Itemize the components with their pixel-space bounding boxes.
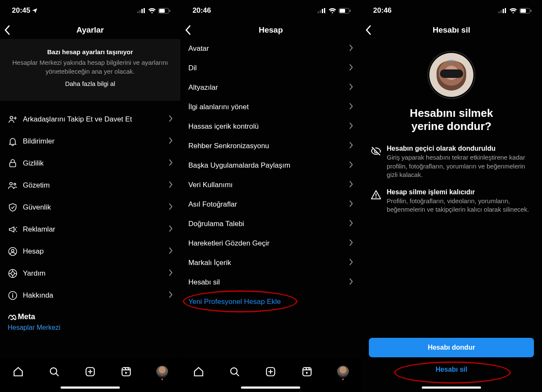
settings-moving-banner[interactable]: Bazı hesap ayarları taşınıyor Hesaplar M…	[0, 39, 180, 101]
svg-point-12	[11, 249, 14, 252]
tab-home[interactable]	[188, 363, 209, 380]
status-time: 20:45	[12, 6, 30, 15]
tab-create[interactable]	[260, 363, 281, 380]
row-contacts-sync[interactable]: Rehber Senkronizasyonu	[181, 136, 361, 156]
location-icon	[32, 8, 38, 14]
bell-icon	[8, 136, 20, 146]
row-account[interactable]: Hesap	[0, 240, 180, 262]
screen-account: 20:46 Hesap Avatar Dil Altyazılar İlgi a…	[181, 0, 362, 392]
row-supervision[interactable]: Gözetim	[0, 174, 180, 196]
row-captions[interactable]: Altyazılar	[181, 78, 361, 97]
row-verification-request[interactable]: Doğrulama Talebi	[181, 214, 361, 234]
chevron-right-icon	[169, 269, 173, 278]
help-icon	[8, 268, 20, 279]
row-data-usage[interactable]: Veri Kullanımı	[181, 175, 361, 195]
warning-icon	[371, 188, 382, 214]
chevron-right-icon	[349, 259, 353, 268]
tab-reels[interactable]	[296, 363, 318, 380]
meta-section: Meta Hesaplar Merkezi	[0, 306, 180, 331]
row-privacy[interactable]: Gizlilik	[0, 152, 180, 174]
svg-point-9	[10, 182, 12, 185]
row-help[interactable]: Yardım	[0, 262, 180, 284]
search-icon	[229, 366, 240, 377]
tab-bar	[181, 359, 361, 392]
tab-profile[interactable]	[152, 363, 173, 380]
chevron-right-icon	[349, 103, 353, 112]
row-security[interactable]: Güvenlik	[0, 196, 180, 218]
info-permanent: Hesap silme işlemi kalıcıdır Profilin, f…	[371, 188, 532, 214]
status-icons	[137, 8, 170, 14]
meta-brand: Meta	[8, 312, 173, 321]
home-icon	[13, 366, 24, 377]
row-avatar[interactable]: Avatar	[181, 39, 361, 58]
wifi-icon	[329, 8, 336, 14]
chevron-right-icon	[169, 291, 173, 300]
plus-square-icon	[265, 366, 276, 377]
delete-button[interactable]: Hesabı sil	[436, 361, 467, 378]
reels-icon	[301, 366, 312, 377]
page-title: Hesabı sil	[361, 25, 542, 35]
svg-rect-1	[139, 10, 141, 13]
svg-rect-31	[501, 10, 502, 13]
chevron-right-icon	[169, 181, 173, 190]
row-about[interactable]: Hakkında	[0, 284, 180, 306]
account-list: Avatar Dil Altyazılar İlgi alanlarını yö…	[181, 39, 361, 312]
accounts-center-link[interactable]: Hesaplar Merkezi	[8, 324, 173, 331]
chevron-right-icon	[349, 278, 353, 287]
tab-search[interactable]	[44, 363, 65, 380]
profile-avatar	[428, 52, 475, 98]
tab-create[interactable]	[80, 363, 101, 380]
chevron-right-icon	[169, 203, 173, 212]
banner-learn-more[interactable]: Daha fazla bilgi al	[12, 79, 169, 88]
svg-rect-8	[10, 163, 16, 167]
tab-reels[interactable]	[116, 363, 137, 380]
tab-profile[interactable]	[332, 363, 354, 380]
chevron-right-icon	[349, 44, 353, 53]
svg-rect-5	[159, 9, 165, 13]
signal-icon	[137, 8, 146, 13]
tab-home[interactable]	[8, 363, 29, 380]
row-original-photos[interactable]: Asıl Fotoğraflar	[181, 195, 361, 214]
row-notifications[interactable]: Bildirimler	[0, 130, 180, 152]
svg-rect-19	[122, 367, 130, 376]
headline: Hesabını silmek yerine dondur?	[410, 107, 493, 133]
svg-rect-35	[520, 9, 526, 13]
settings-list: Arkadaşlarını Takip Et ve Davet Et Bildi…	[0, 108, 180, 306]
nav-header: Hesabı sil	[361, 21, 542, 39]
row-sensitive-content[interactable]: Hassas içerik kontrolü	[181, 117, 361, 136]
svg-rect-30	[498, 11, 500, 13]
chevron-right-icon	[349, 200, 353, 209]
row-language[interactable]: Dil	[181, 58, 361, 78]
tab-search[interactable]	[224, 363, 245, 380]
status-bar: 20:45	[0, 0, 180, 21]
svg-point-16	[12, 293, 13, 294]
svg-point-37	[376, 197, 376, 198]
signal-icon	[498, 8, 507, 13]
row-sharing-other-apps[interactable]: Başka Uygulamalarda Paylaşım	[181, 156, 361, 175]
row-follow-invite[interactable]: Arkadaşlarını Takip Et ve Davet Et	[0, 108, 180, 130]
banner-subtitle: Hesaplar Merkezi yakında hesap bilgileri…	[12, 58, 169, 76]
row-interests[interactable]: İlgi alanlarını yönet	[181, 97, 361, 117]
svg-rect-21	[320, 10, 321, 13]
row-add-pro-account[interactable]: Yeni Profesyonel Hesap Ekle	[181, 292, 361, 312]
svg-rect-25	[340, 9, 345, 13]
chevron-right-icon	[349, 181, 353, 190]
battery-icon	[339, 8, 351, 14]
svg-point-7	[10, 116, 13, 119]
user-plus-icon	[8, 114, 20, 124]
svg-rect-2	[141, 9, 143, 13]
svg-rect-22	[322, 9, 323, 13]
deactivate-button[interactable]: Hesabı dondur	[369, 338, 534, 357]
svg-rect-36	[531, 10, 531, 12]
row-review-activity[interactable]: Hareketleri Gözden Geçir	[181, 234, 361, 253]
row-delete-account[interactable]: Hesabı sil	[181, 273, 361, 292]
row-ads[interactable]: Reklamlar	[0, 218, 180, 240]
svg-rect-23	[324, 8, 325, 13]
status-icons	[498, 8, 531, 14]
svg-point-14	[11, 272, 14, 275]
row-branded-content[interactable]: Markalı İçerik	[181, 253, 361, 273]
page-title: Ayarlar	[0, 25, 180, 35]
chevron-right-icon	[169, 247, 173, 256]
battery-icon	[158, 8, 170, 14]
page-title: Hesap	[181, 25, 361, 35]
